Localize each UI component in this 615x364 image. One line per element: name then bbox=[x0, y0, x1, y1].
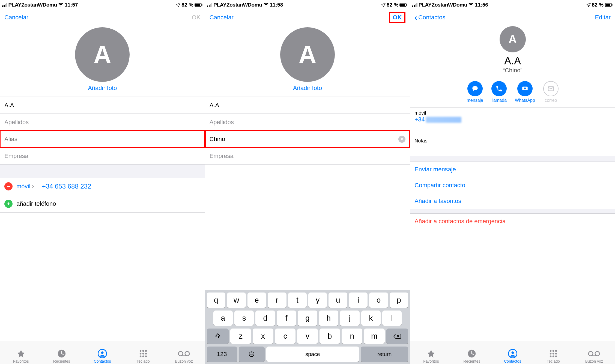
svg-rect-3 bbox=[7, 186, 10, 187]
key-w[interactable]: w bbox=[227, 293, 246, 308]
company-field[interactable]: Empresa bbox=[205, 148, 410, 165]
tab-keypad[interactable]: Teclado bbox=[123, 349, 163, 363]
company-field[interactable]: Empresa bbox=[0, 148, 205, 165]
phone-number[interactable]: +34 653 688 232 bbox=[42, 183, 91, 190]
tab-favorites[interactable]: Favoritos bbox=[411, 349, 451, 363]
key-a[interactable]: a bbox=[213, 311, 233, 326]
phone-type-selector[interactable]: móvil› bbox=[16, 183, 34, 190]
key-e[interactable]: e bbox=[247, 293, 266, 308]
tab-contacts[interactable]: Contactos bbox=[492, 349, 533, 363]
add-favorites-row[interactable]: Añadir a favoritos bbox=[410, 193, 615, 209]
tab-voicemail[interactable]: Buzón voz bbox=[163, 349, 204, 363]
svg-rect-1 bbox=[195, 4, 200, 6]
first-name-field[interactable]: A.A bbox=[205, 97, 410, 114]
phone-detail-row[interactable]: móvil +34 bbox=[410, 107, 615, 126]
clear-text-icon[interactable]: ✕ bbox=[398, 136, 405, 143]
add-photo-button[interactable]: Añadir foto bbox=[88, 85, 117, 92]
ok-button[interactable]: OK bbox=[192, 14, 201, 21]
backspace-key[interactable] bbox=[386, 329, 408, 344]
globe-key[interactable] bbox=[239, 347, 265, 362]
key-q[interactable]: q bbox=[207, 293, 225, 308]
tab-contacts[interactable]: Contactos bbox=[82, 349, 123, 363]
carrier-label: PLAYZostanWDomu bbox=[419, 2, 467, 8]
key-g[interactable]: g bbox=[298, 311, 317, 326]
share-contact-row[interactable]: Compartir contacto bbox=[410, 177, 615, 193]
key-t[interactable]: t bbox=[288, 293, 307, 308]
cancel-button[interactable]: Cancelar bbox=[210, 14, 234, 21]
status-bar: PLAYZostanWDomu 11:58 82 % bbox=[205, 0, 410, 10]
key-k[interactable]: k bbox=[361, 311, 381, 326]
section-gap bbox=[410, 209, 615, 213]
first-name-field[interactable]: A.A bbox=[0, 97, 205, 114]
alias-field[interactable]: ✕ bbox=[205, 131, 410, 148]
key-o[interactable]: o bbox=[369, 293, 388, 308]
tab-favorites[interactable]: Favoritos bbox=[1, 349, 41, 363]
tab-voicemail[interactable]: Buzón voz bbox=[574, 349, 614, 363]
space-key[interactable]: space bbox=[266, 347, 359, 362]
action-message[interactable]: mensaje bbox=[467, 81, 483, 103]
key-p[interactable]: p bbox=[390, 293, 408, 308]
tab-recents[interactable]: Recientes bbox=[41, 349, 82, 363]
remove-phone-icon[interactable] bbox=[4, 182, 13, 190]
add-emergency-row[interactable]: Añadir a contactos de emergencia bbox=[410, 213, 615, 229]
send-message-row[interactable]: Enviar mensaje bbox=[410, 162, 615, 177]
key-z[interactable]: z bbox=[230, 329, 251, 344]
shift-key[interactable] bbox=[207, 329, 229, 344]
key-n[interactable]: n bbox=[342, 329, 362, 344]
key-v[interactable]: v bbox=[297, 329, 318, 344]
ok-button[interactable]: OK bbox=[389, 12, 405, 23]
numbers-key[interactable]: 123 bbox=[207, 347, 237, 362]
alias-input[interactable] bbox=[4, 136, 201, 143]
tab-bar: Favoritos Recientes Contactos Teclado Bu… bbox=[0, 341, 205, 364]
svg-rect-25 bbox=[612, 4, 613, 6]
section-gap bbox=[0, 165, 205, 178]
svg-point-33 bbox=[553, 350, 554, 352]
cancel-button[interactable]: Cancelar bbox=[4, 14, 28, 21]
action-call[interactable]: llamada bbox=[491, 81, 507, 103]
back-button[interactable]: ‹ Contactos bbox=[414, 13, 445, 22]
location-icon bbox=[381, 3, 386, 7]
last-name-placeholder: Apellidos bbox=[210, 119, 234, 126]
key-f[interactable]: f bbox=[277, 311, 296, 326]
svg-point-13 bbox=[139, 356, 141, 357]
screen-contact-detail: PLAYZostanWDomu 11:56 82 % ‹ Contactos E… bbox=[410, 0, 615, 364]
action-whatsapp[interactable]: WhatsApp bbox=[515, 81, 535, 103]
alias-field[interactable] bbox=[0, 131, 205, 148]
add-photo-button[interactable]: Añadir foto bbox=[293, 85, 322, 92]
key-m[interactable]: m bbox=[364, 329, 385, 344]
last-name-field[interactable]: Apellidos bbox=[205, 114, 410, 131]
key-y[interactable]: y bbox=[308, 293, 327, 308]
carrier-label: PLAYZostanWDomu bbox=[8, 2, 57, 8]
key-r[interactable]: r bbox=[268, 293, 286, 308]
key-c[interactable]: c bbox=[275, 329, 296, 344]
key-l[interactable]: l bbox=[382, 311, 402, 326]
navbar: Cancelar OK bbox=[205, 10, 410, 25]
last-name-field[interactable]: Apellidos bbox=[0, 114, 205, 131]
svg-point-27 bbox=[524, 87, 526, 89]
key-d[interactable]: d bbox=[255, 311, 275, 326]
key-h[interactable]: h bbox=[319, 311, 338, 326]
battery-label: 82 % bbox=[387, 2, 398, 8]
contact-avatar[interactable]: A bbox=[75, 27, 130, 82]
edit-button[interactable]: Editar bbox=[595, 14, 611, 21]
add-phone-row[interactable]: añadir teléfono bbox=[0, 195, 205, 213]
key-i[interactable]: i bbox=[349, 293, 368, 308]
cellular-signal-icon bbox=[207, 3, 213, 7]
key-b[interactable]: b bbox=[320, 329, 340, 344]
notes-row[interactable]: Notas bbox=[410, 126, 615, 156]
clock-label: 11:57 bbox=[65, 2, 78, 8]
add-phone-icon[interactable] bbox=[4, 200, 13, 208]
tab-recents[interactable]: Recientes bbox=[452, 349, 492, 363]
navbar: Cancelar OK bbox=[0, 10, 205, 25]
tab-keypad[interactable]: Teclado bbox=[533, 349, 574, 363]
alias-input[interactable] bbox=[210, 136, 399, 143]
wifi-icon bbox=[263, 3, 269, 7]
key-u[interactable]: u bbox=[329, 293, 347, 308]
key-x[interactable]: x bbox=[253, 329, 273, 344]
return-key[interactable]: return bbox=[361, 347, 408, 362]
svg-rect-2 bbox=[202, 4, 202, 6]
contact-avatar[interactable]: A bbox=[280, 27, 335, 82]
key-j[interactable]: j bbox=[340, 311, 359, 326]
phone-row[interactable]: móvil› +34 653 688 232 bbox=[0, 178, 205, 195]
key-s[interactable]: s bbox=[234, 311, 254, 326]
